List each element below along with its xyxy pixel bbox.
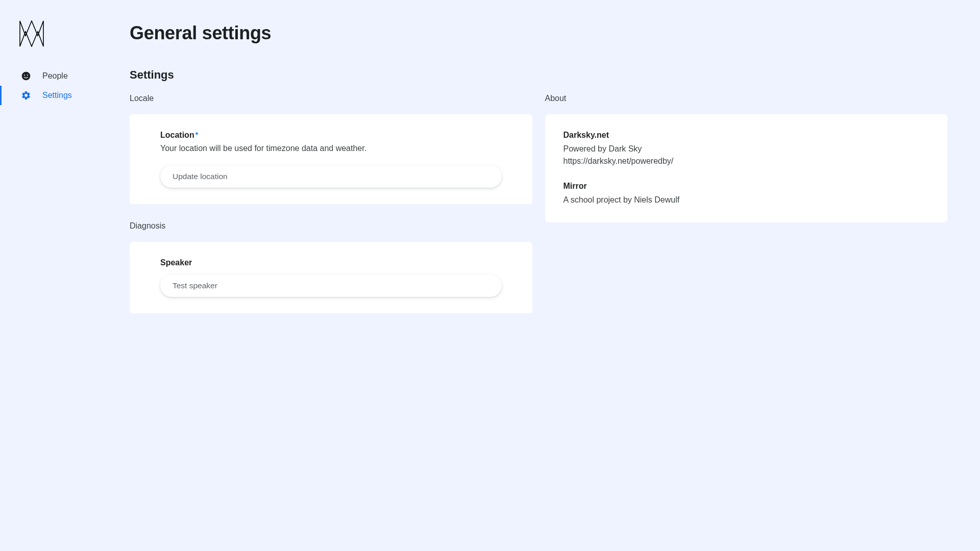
about-darksky-title: Darksky.net <box>564 131 929 140</box>
page-title: General settings <box>130 22 947 44</box>
group-label-diagnosis: Diagnosis <box>130 221 532 231</box>
about-mirror-title: Mirror <box>564 182 929 191</box>
logo <box>0 20 130 47</box>
left-column: Locale Location* Your location will be u… <box>130 94 532 331</box>
svg-point-2 <box>27 74 28 76</box>
locale-group: Locale Location* Your location will be u… <box>130 94 532 204</box>
sidebar-item-people[interactable]: People <box>0 66 130 86</box>
about-group: About Darksky.net Powered by Dark Sky ht… <box>545 94 948 222</box>
location-field-title: Location* <box>160 131 502 140</box>
group-label-about: About <box>545 94 948 103</box>
svg-point-0 <box>22 72 31 81</box>
diagnosis-group: Diagnosis Speaker Test speaker <box>130 221 532 313</box>
about-darksky-line1: Powered by Dark Sky <box>564 143 929 155</box>
sidebar: People Settings <box>0 0 130 551</box>
group-label-locale: Locale <box>130 94 532 103</box>
sidebar-item-label: Settings <box>42 91 72 100</box>
right-column: About Darksky.net Powered by Dark Sky ht… <box>545 94 948 331</box>
logo-icon <box>19 20 44 47</box>
diagnosis-card: Speaker Test speaker <box>130 242 532 313</box>
speaker-field-title: Speaker <box>160 258 502 267</box>
svg-point-1 <box>24 74 25 76</box>
main-content: General settings Settings Locale Locatio… <box>130 0 980 551</box>
location-field-desc: Your location will be used for timezone … <box>160 143 502 154</box>
face-icon <box>21 71 31 81</box>
test-speaker-button[interactable]: Test speaker <box>160 274 502 297</box>
about-darksky-block: Darksky.net Powered by Dark Sky https://… <box>564 131 929 167</box>
locale-card: Location* Your location will be used for… <box>130 114 532 204</box>
section-title: Settings <box>130 68 947 82</box>
about-mirror-block: Mirror A school project by Niels Dewulf <box>564 182 929 206</box>
sidebar-item-settings[interactable]: Settings <box>0 86 130 105</box>
required-star-icon: * <box>195 131 198 139</box>
gear-icon <box>21 90 31 101</box>
sidebar-item-label: People <box>42 71 68 81</box>
about-card: Darksky.net Powered by Dark Sky https://… <box>545 114 948 222</box>
about-mirror-line1: A school project by Niels Dewulf <box>564 194 929 206</box>
update-location-button[interactable]: Update location <box>160 165 502 188</box>
about-darksky-link: https://darksky.net/poweredby/ <box>564 155 929 167</box>
